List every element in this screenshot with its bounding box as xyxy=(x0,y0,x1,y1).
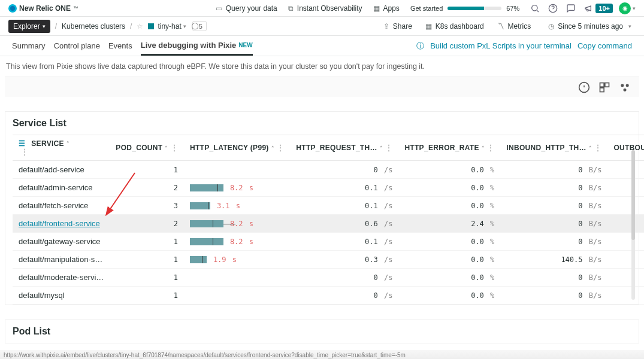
tag-count-pill[interactable]: ⃝ 5 xyxy=(192,21,207,31)
tab-live-debugging[interactable]: Live debugging with Pixie NEW xyxy=(141,36,253,56)
service-cell[interactable]: default/gateway-service xyxy=(13,233,110,251)
table-row[interactable]: default/moderate-servi…10 /s0.0 %0 B/s0 … xyxy=(13,269,644,287)
announce-icon[interactable]: 10+ xyxy=(584,4,613,13)
top-icon-group: 10+ xyxy=(530,4,613,13)
inbound-cell: 0 B/s xyxy=(500,197,607,215)
request-cell: 0 /s xyxy=(290,161,398,179)
request-cell: 0.6 /s xyxy=(290,215,398,233)
brand-logo[interactable]: New Relic ONE™ xyxy=(8,4,78,13)
metrics-icon: 〽 xyxy=(497,22,504,31)
metrics-action[interactable]: 〽Metrics xyxy=(497,22,531,31)
outbound-cell: 0 B/s xyxy=(607,269,644,287)
service-cell[interactable]: default/admin-service xyxy=(13,179,110,197)
table-row[interactable]: default/gateway-service18.2 s0.1 /s0.0 %… xyxy=(13,233,644,251)
cluster-icon[interactable] xyxy=(619,81,631,93)
col-inbound[interactable]: INBOUND_HTTP_TH… xyxy=(506,144,586,152)
crumb-sep: / xyxy=(130,22,132,31)
get-started-label: Get started xyxy=(410,5,443,12)
col-menu-icon[interactable]: ⋮ xyxy=(171,144,178,152)
outbound-cell: 0 B/s xyxy=(607,287,644,305)
svg-rect-4 xyxy=(605,83,609,87)
col-outbound[interactable]: OUTBOUND_HTTP_T… xyxy=(613,144,644,152)
request-cell: 0.1 /s xyxy=(290,197,398,215)
share-action[interactable]: ⇪Share xyxy=(383,22,412,31)
pod-count-cell: 2 xyxy=(110,215,184,233)
outbound-cell: 52.7 B/s xyxy=(607,197,644,215)
tabs-bar: Summary Control plane Events Live debugg… xyxy=(0,36,644,56)
crumb-cluster-name[interactable]: tiny-hat xyxy=(158,22,181,31)
pod-count-cell: 1 xyxy=(110,269,184,287)
chevron-down-icon: ▾ xyxy=(628,23,631,29)
outbound-cell: 52.5 B/s xyxy=(607,215,644,233)
chevron-down-icon: ▾ xyxy=(43,23,46,29)
service-cell[interactable]: default/moderate-servi… xyxy=(13,269,110,287)
share-icon: ⇪ xyxy=(383,22,389,31)
inbound-cell: 0 B/s xyxy=(500,215,607,233)
help-icon[interactable] xyxy=(548,4,558,13)
apps-link[interactable]: ▦ Apps xyxy=(373,4,400,13)
service-cell[interactable]: default/manipulation-s… xyxy=(13,251,110,269)
crumb-sep: / xyxy=(55,22,57,31)
reorder-icon[interactable]: ☰ xyxy=(19,139,25,148)
tab-summary[interactable]: Summary xyxy=(12,36,46,56)
explorer-button[interactable]: Explorer ▾ xyxy=(8,20,50,33)
table-row[interactable]: default/frontend-service28.2 s0.6 /s2.4 … xyxy=(13,215,644,233)
scrollbar[interactable] xyxy=(631,150,635,300)
k8s-dashboard-action[interactable]: ▦K8s dashboard xyxy=(425,22,484,31)
col-latency[interactable]: HTTP_LATENCY (P99) xyxy=(190,144,269,152)
feedback-icon[interactable] xyxy=(566,4,576,13)
service-list-title: Service List xyxy=(13,118,631,129)
table-row[interactable]: default/mysql10 /s0.0 %0 B/s0 B/s xyxy=(13,287,644,305)
latency-cell: 3.1 s xyxy=(184,197,290,215)
copy-command-link[interactable]: Copy command xyxy=(578,41,632,50)
tab-control-plane[interactable]: Control plane xyxy=(54,36,100,56)
crumb-clusters[interactable]: Kubernetes clusters xyxy=(62,22,125,31)
col-error-rate[interactable]: HTTP_ERROR_RATE xyxy=(404,144,479,152)
service-cell[interactable]: default/add-service xyxy=(13,161,110,179)
latency-cell xyxy=(184,161,290,179)
col-request-th[interactable]: HTTP_REQUEST_TH… xyxy=(296,144,377,152)
apps-label: Apps xyxy=(383,4,400,13)
query-data-link[interactable]: ▭ Query your data xyxy=(216,4,277,13)
cluster-caret-icon[interactable]: ▾ xyxy=(183,23,186,29)
avatar-menu[interactable]: ◉ xyxy=(619,2,631,14)
svg-rect-3 xyxy=(600,83,604,87)
build-scripts-link[interactable]: Build custom PxL Scripts in your termina… xyxy=(430,41,572,50)
info-icon: ⓘ xyxy=(416,41,424,51)
table-row[interactable]: default/manipulation-s…11.9 s0.3 /s0.0 %… xyxy=(13,251,644,269)
inbound-cell: 0 B/s xyxy=(500,161,607,179)
search-icon[interactable] xyxy=(530,4,540,13)
service-cell[interactable]: default/fetch-service xyxy=(13,197,110,215)
layout-icon[interactable] xyxy=(598,81,610,93)
svg-point-6 xyxy=(621,84,624,87)
error-cell: 0.0 % xyxy=(398,287,500,305)
sort-asc-icon[interactable]: ˄ xyxy=(66,141,69,147)
outbound-cell: 48.9 B/s xyxy=(607,233,644,251)
inbound-cell: 0 B/s xyxy=(500,269,607,287)
table-row[interactable]: default/admin-service28.2 s0.1 /s0.0 %0 … xyxy=(13,179,644,197)
favorite-star-icon[interactable]: ☆ xyxy=(137,22,143,31)
sort-icon[interactable]: ˄ xyxy=(165,145,168,151)
context-bar: Explorer ▾ / Kubernetes clusters / ☆ tin… xyxy=(0,17,644,36)
col-pod-count[interactable]: POD_COUNT xyxy=(116,144,162,152)
pod-count-cell: 1 xyxy=(110,161,184,179)
pod-list-card: Pod List xyxy=(5,320,639,343)
observability-link[interactable]: ⧉ Instant Observability xyxy=(288,4,362,13)
error-cell: 0.0 % xyxy=(398,197,500,215)
latency-cell: 1.9 s xyxy=(184,251,290,269)
tab-events[interactable]: Events xyxy=(108,36,132,56)
service-cell[interactable]: default/frontend-service xyxy=(13,215,110,233)
table-row[interactable]: default/add-service10 /s0.0 %0 B/s0 B/s xyxy=(13,161,644,179)
alert-icon[interactable] xyxy=(578,81,590,93)
col-service[interactable]: SERVICE xyxy=(31,139,64,148)
col-menu-icon[interactable]: ⋮ xyxy=(21,148,28,156)
get-started-progress[interactable]: Get started 67% xyxy=(410,5,519,12)
error-cell: 0.0 % xyxy=(398,161,500,179)
table-row[interactable]: default/fetch-service33.1 s0.1 /s0.0 %0 … xyxy=(13,197,644,215)
service-cell[interactable]: default/mysql xyxy=(13,287,110,305)
time-range-picker[interactable]: ◷Since 5 minutes ago▾ xyxy=(544,20,636,33)
scrollbar-thumb[interactable] xyxy=(631,150,635,240)
pulse-icon: ⧉ xyxy=(288,4,294,13)
pod-count-cell: 1 xyxy=(110,233,184,251)
apps-icon: ▦ xyxy=(373,4,380,13)
